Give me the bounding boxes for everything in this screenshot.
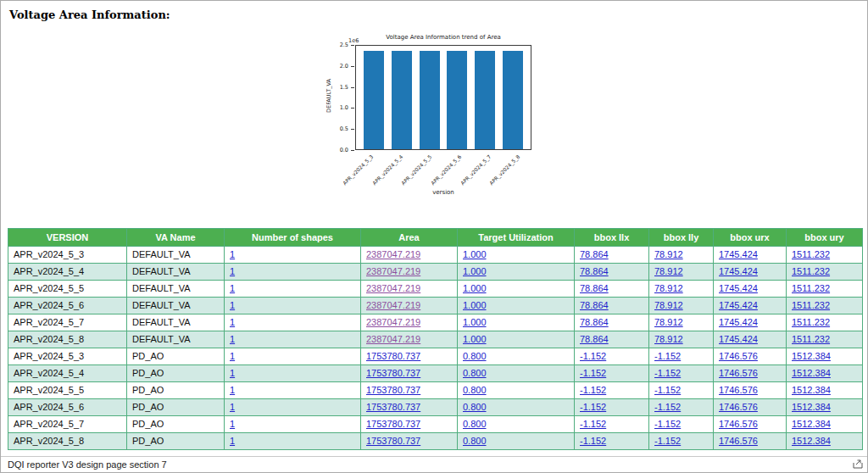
area-link[interactable]: 1753780.737	[366, 385, 420, 395]
bbox-ury-link[interactable]: 1511.232	[792, 283, 830, 293]
shapes-link[interactable]: 1	[230, 368, 235, 378]
bbox-lly-link[interactable]: -1.152	[654, 385, 681, 395]
target-utilization-link[interactable]: 1.000	[463, 334, 487, 344]
bbox-ury-link[interactable]: 1512.384	[792, 351, 831, 361]
version-cell: APR_v2024_5_8	[8, 433, 127, 450]
area-link[interactable]: 2387047.219	[366, 283, 420, 293]
bbox-llx-link[interactable]: 78.864	[580, 300, 609, 310]
bbox-ury-link[interactable]: 1512.384	[792, 402, 831, 412]
bbox-llx-link[interactable]: -1.152	[580, 385, 606, 395]
target-utilization-link[interactable]: 0.800	[463, 436, 487, 446]
bbox-urx-link[interactable]: 1745.424	[719, 266, 758, 276]
version-cell: APR_v2024_5_3	[8, 348, 127, 365]
column-header-bbox-llx: bbox llx	[575, 229, 649, 247]
bbox-urx-link[interactable]: 1745.424	[719, 317, 758, 327]
bbox-llx-link[interactable]: -1.152	[580, 419, 606, 429]
bbox-ury-link[interactable]: 1512.384	[792, 436, 831, 446]
shapes-link[interactable]: 1	[230, 249, 235, 259]
bbox-llx-link[interactable]: 78.864	[580, 266, 609, 276]
bbox-urx-link[interactable]: 1745.424	[719, 283, 758, 293]
bbox-lly-link[interactable]: 78.912	[654, 249, 683, 259]
shapes-link-cell: 1	[225, 247, 361, 264]
bbox-ury-link[interactable]: 1512.384	[792, 385, 831, 395]
shapes-link-cell: 1	[225, 416, 361, 433]
target-utilization-link[interactable]: 1.000	[463, 266, 487, 276]
shapes-link-cell: 1	[225, 433, 361, 450]
area-link[interactable]: 2387047.219	[366, 334, 420, 344]
bbox-llx-link[interactable]: 78.864	[580, 334, 609, 344]
target-utilization-link[interactable]: 1.000	[463, 300, 487, 310]
bbox-urx-link[interactable]: 1746.576	[719, 351, 758, 361]
bbox-lly-link[interactable]: -1.152	[654, 351, 681, 361]
va-name-cell: DEFAULT_VA	[127, 298, 225, 314]
bbox-lly-link[interactable]: 78.912	[654, 300, 683, 310]
target-utilization-link[interactable]: 0.800	[463, 368, 487, 378]
bbox-urx-link[interactable]: 1746.576	[719, 419, 758, 429]
target-utilization-link[interactable]: 0.800	[463, 402, 487, 412]
bbox-ury-link[interactable]: 1512.384	[792, 368, 831, 378]
target-utilization-link[interactable]: 1.000	[463, 283, 487, 293]
shapes-link[interactable]: 1	[230, 351, 235, 361]
bbox-urx-link[interactable]: 1746.576	[719, 436, 758, 446]
target-utilization-link[interactable]: 1.000	[463, 249, 487, 259]
shapes-link[interactable]: 1	[230, 334, 235, 344]
bbox-ury-link[interactable]: 1511.232	[792, 300, 830, 310]
bbox-ury-link[interactable]: 1511.232	[792, 249, 830, 259]
bbox-ury-link[interactable]: 1511.232	[792, 317, 830, 327]
bbox-lly-link[interactable]: -1.152	[654, 368, 681, 378]
bbox-llx-link[interactable]: 78.864	[580, 317, 609, 327]
area-link[interactable]: 1753780.737	[366, 351, 420, 361]
bbox-urx-link[interactable]: 1745.424	[719, 249, 758, 259]
bbox-lly-link[interactable]: 78.912	[654, 317, 683, 327]
bbox-llx-link[interactable]: -1.152	[580, 351, 606, 361]
bbox-llx-link[interactable]: 78.864	[580, 249, 609, 259]
shapes-link[interactable]: 1	[230, 266, 235, 276]
bbox-lly-link[interactable]: -1.152	[654, 436, 681, 446]
shapes-link[interactable]: 1	[230, 283, 235, 293]
area-link[interactable]: 1753780.737	[366, 402, 420, 412]
bbox-urx-link[interactable]: 1746.576	[719, 402, 758, 412]
target-utilization-link[interactable]: 0.800	[463, 385, 487, 395]
shapes-link[interactable]: 1	[230, 300, 235, 310]
status-bar: DQI reporter V3 design page section 7	[1, 456, 867, 472]
column-header-version: VERSION	[8, 229, 127, 247]
va-name-cell: DEFAULT_VA	[127, 314, 225, 331]
bbox-ury-link[interactable]: 1511.232	[792, 334, 830, 344]
bbox-llx-link[interactable]: -1.152	[580, 368, 606, 378]
bbox-ury-link[interactable]: 1512.384	[792, 419, 831, 429]
bbox-ury-link[interactable]: 1511.232	[792, 266, 830, 276]
bbox-urx-link[interactable]: 1746.576	[719, 368, 758, 378]
x-tick-label: APR_v2024_5_7	[459, 153, 492, 186]
bbox-llx-link[interactable]: 78.864	[580, 283, 609, 293]
bbox-urx-link[interactable]: 1745.424	[719, 300, 758, 310]
bbox-llx-link[interactable]: -1.152	[580, 436, 606, 446]
target-utilization-link[interactable]: 0.800	[463, 419, 487, 429]
table-row: APR_v2024_5_4PD_AO11753780.7370.800-1.15…	[8, 365, 863, 382]
bbox-urx-link[interactable]: 1745.424	[719, 334, 758, 344]
bbox-llx-link[interactable]: -1.152	[580, 402, 606, 412]
area-link[interactable]: 2387047.219	[366, 317, 420, 327]
area-link[interactable]: 1753780.737	[366, 436, 420, 446]
shapes-link[interactable]: 1	[230, 419, 235, 429]
bbox-lly-link-cell: 78.912	[649, 247, 714, 264]
bbox-urx-link[interactable]: 1746.576	[719, 385, 758, 395]
shapes-link[interactable]: 1	[230, 317, 235, 327]
area-link[interactable]: 1753780.737	[366, 368, 420, 378]
target-utilization-link[interactable]: 0.800	[463, 351, 487, 361]
bbox-llx-link-cell: 78.864	[575, 331, 649, 348]
bbox-lly-link[interactable]: -1.152	[654, 419, 681, 429]
bbox-lly-link[interactable]: 78.912	[654, 283, 683, 293]
area-link[interactable]: 2387047.219	[366, 266, 420, 276]
shapes-link[interactable]: 1	[230, 402, 235, 412]
area-link[interactable]: 2387047.219	[366, 300, 420, 310]
bbox-lly-link[interactable]: -1.152	[654, 402, 681, 412]
resize-corner-icon[interactable]	[853, 459, 863, 469]
shapes-link[interactable]: 1	[230, 436, 235, 446]
area-link[interactable]: 1753780.737	[366, 419, 420, 429]
target-utilization-link-cell: 1.000	[458, 264, 575, 281]
bbox-lly-link[interactable]: 78.912	[654, 266, 683, 276]
bbox-lly-link[interactable]: 78.912	[654, 334, 683, 344]
target-utilization-link[interactable]: 1.000	[463, 317, 487, 327]
area-link[interactable]: 2387047.219	[366, 249, 420, 259]
shapes-link[interactable]: 1	[230, 385, 235, 395]
